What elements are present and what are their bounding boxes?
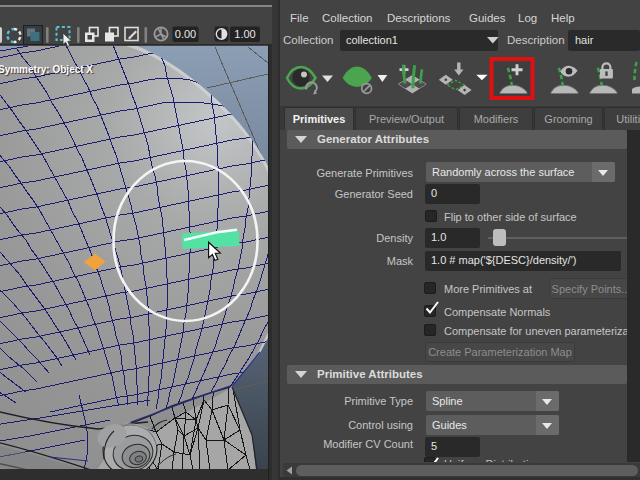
svg-text:1.00: 1.00 (234, 28, 255, 40)
svg-text:0.00: 0.00 (175, 28, 196, 40)
